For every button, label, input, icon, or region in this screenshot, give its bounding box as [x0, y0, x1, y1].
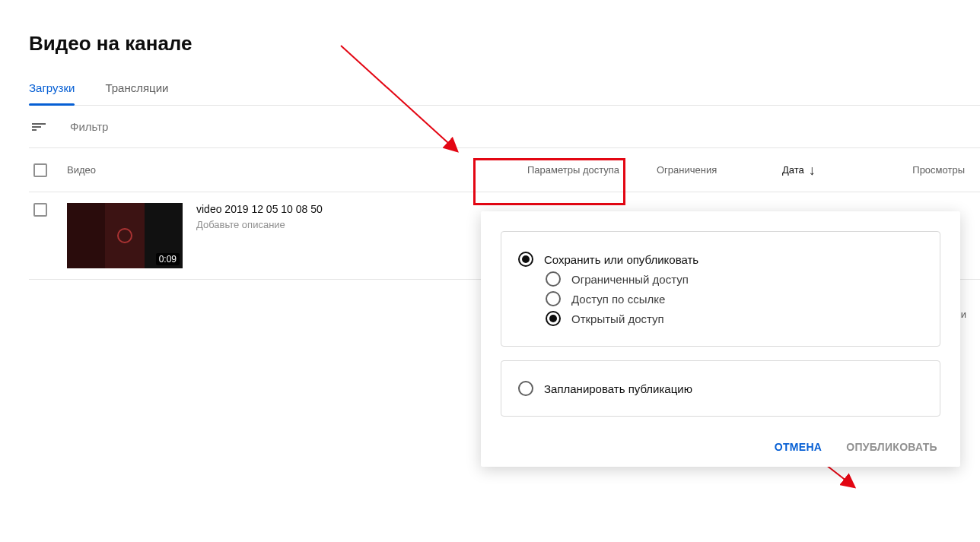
option-public[interactable]: Открытый доступ: [546, 311, 923, 326]
column-restrictions[interactable]: Ограничения: [657, 164, 782, 176]
radio-icon: [546, 271, 561, 287]
filter-icon[interactable]: [32, 123, 50, 131]
column-access[interactable]: Параметры доступа: [527, 164, 657, 176]
cancel-button[interactable]: ОТМЕНА: [775, 441, 822, 453]
radio-icon: [546, 291, 561, 306]
option-label: Открытый доступ: [571, 312, 664, 325]
video-duration: 0:09: [156, 253, 180, 265]
video-title[interactable]: video 2019 12 05 10 08 50: [196, 203, 323, 215]
option-save-or-publish[interactable]: Сохранить или опубликовать: [518, 252, 923, 267]
tab-uploads[interactable]: Загрузки: [29, 75, 75, 105]
video-description-placeholder[interactable]: Добавьте описание: [196, 219, 323, 230]
option-label: Ограниченный доступ: [571, 273, 689, 286]
tab-live[interactable]: Трансляции: [105, 75, 168, 105]
visibility-popup: Сохранить или опубликовать Ограниченный …: [481, 211, 960, 467]
option-label: Сохранить или опубликовать: [544, 253, 698, 266]
filter-input[interactable]: [70, 120, 980, 133]
publish-button[interactable]: ОПУБЛИКОВАТЬ: [846, 441, 937, 453]
column-video: Видео: [67, 164, 527, 176]
option-label: Доступ по ссылке: [571, 293, 665, 306]
tabs: Загрузки Трансляции: [29, 75, 980, 106]
select-all-checkbox[interactable]: [33, 163, 47, 177]
column-date-label: Дата: [782, 164, 804, 176]
radio-icon: [518, 252, 533, 267]
radio-icon: [546, 311, 561, 326]
column-date[interactable]: Дата ↓: [782, 164, 896, 176]
row-checkbox[interactable]: [33, 203, 47, 217]
page-title: Видео на канале: [29, 0, 980, 75]
option-schedule[interactable]: Запланировать публикацию: [518, 381, 923, 396]
option-unlisted[interactable]: Доступ по ссылке: [546, 291, 923, 306]
radio-icon: [518, 381, 533, 396]
truncated-text: и: [961, 309, 966, 320]
video-thumbnail[interactable]: 0:09: [67, 203, 183, 268]
table-header: Видео Параметры доступа Ограничения Дата…: [29, 148, 980, 192]
filter-row: [29, 106, 980, 148]
column-views[interactable]: Просмотры: [896, 164, 980, 176]
option-label: Запланировать публикацию: [544, 382, 692, 395]
option-private[interactable]: Ограниченный доступ: [546, 271, 923, 287]
